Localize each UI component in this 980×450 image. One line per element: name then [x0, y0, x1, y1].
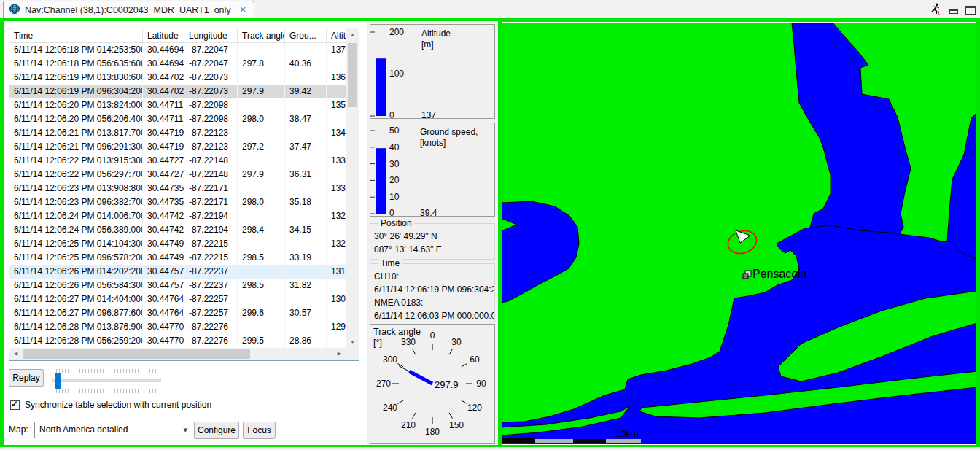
vertical-scrollbar[interactable]: ▲ ▼ — [346, 28, 359, 348]
table-row[interactable]: 6/11/14 12:06:21 PM 013:817:70030.44719-… — [9, 126, 359, 140]
column-header-altitude[interactable]: Altit — [327, 28, 346, 42]
table-row[interactable]: 6/11/14 12:06:25 PM 014:104:30030.44749-… — [9, 237, 359, 251]
table-cell: 298.5 — [238, 279, 285, 292]
horizontal-scroll-thumb[interactable] — [23, 349, 250, 359]
table-row[interactable]: 6/11/14 12:06:27 PM 014:404:00030.44764-… — [9, 292, 359, 306]
tab-title: Nav:Channel (38,1):C0002043_MDR_UART1_on… — [25, 5, 231, 15]
table-cell — [238, 71, 285, 85]
dial-label-150: 150 — [449, 420, 464, 430]
table-cell: 6/11/14 12:06:22 PM 056:297:700 — [9, 168, 143, 182]
table-cell: 130. — [327, 292, 346, 306]
scroll-up-icon[interactable]: ▲ — [346, 28, 359, 41]
table-cell: 6/11/14 12:06:19 PM 013:830:600 — [9, 71, 143, 85]
dial-needle — [409, 371, 432, 384]
column-header-time[interactable]: Time — [9, 28, 143, 42]
table-row[interactable]: 6/11/14 12:06:19 PM 096:304:20030.44702-… — [9, 85, 359, 98]
scale-bar-seg1 — [502, 438, 535, 443]
dial-label-210: 210 — [401, 420, 416, 430]
table-row[interactable]: 6/11/14 12:06:22 PM 056:297:70030.44727-… — [9, 168, 359, 182]
application-window: Nav:Channel (38,1):C0002043_MDR_UART1_on… — [0, 0, 980, 450]
tab-nav-channel[interactable]: Nav:Channel (38,1):C0002043_MDR_UART1_on… — [3, 1, 254, 18]
replay-position-slider[interactable] — [49, 368, 164, 395]
sync-checkbox[interactable]: ✓ — [10, 400, 20, 410]
table-row[interactable]: 6/11/14 12:06:26 PM 056:584:30030.44757-… — [9, 279, 359, 292]
instruments-panel: 200 100 0 Altitude [m] 137 — [368, 21, 498, 445]
time-nmea-value: 6/11/14 12:06:03 PM 000:000:000 — [374, 309, 494, 322]
table-cell: -87.22171 — [184, 195, 238, 209]
table-cell: -87.22148 — [184, 154, 238, 168]
column-header-track-angle[interactable]: Track angle — [238, 28, 285, 42]
table-cell: 299.6 — [238, 306, 285, 320]
table-cell: 30.44749 — [143, 251, 184, 265]
table-cell — [327, 57, 346, 71]
table-row[interactable]: 6/11/14 12:06:23 PM 096:382:70030.44735-… — [9, 195, 359, 209]
table-row[interactable]: 6/11/14 12:06:24 PM 014:006:70030.44742-… — [9, 209, 359, 223]
table-cell: 30.44711 — [143, 98, 184, 112]
table-row[interactable]: 6/11/14 12:06:24 PM 056:389:00030.44742-… — [9, 223, 359, 237]
table-row[interactable]: 6/11/14 12:06:25 PM 096:578:20030.44749-… — [9, 251, 359, 265]
scale-bar-seg2 — [535, 439, 573, 443]
table-cell — [238, 209, 285, 223]
table-row[interactable]: 6/11/14 12:06:20 PM 013:824:00030.44711-… — [9, 98, 359, 112]
altitude-tick-100: 100 — [389, 69, 404, 79]
configure-button[interactable]: Configure — [194, 422, 239, 439]
table-cell: 30.44694 — [143, 43, 184, 57]
table-cell: 131. — [327, 265, 346, 279]
table-row[interactable]: 6/11/14 12:06:18 PM 056:635:60030.44694-… — [9, 57, 359, 71]
table-row[interactable]: 6/11/14 12:06:20 PM 056:206:40030.44711-… — [9, 112, 359, 126]
slider-thumb[interactable] — [55, 373, 61, 389]
maximize-icon[interactable] — [965, 6, 976, 15]
table-cell: 6/11/14 12:06:21 PM 096:291:300 — [9, 140, 143, 154]
scroll-left-icon[interactable]: ◀ — [9, 348, 22, 360]
column-header-ground-speed[interactable]: Grou... — [285, 28, 327, 42]
time-ch10-label: CH10: — [374, 270, 494, 283]
dial-label-120: 120 — [467, 403, 482, 413]
ground-speed-value: 39.4 — [420, 208, 438, 216]
table-cell — [238, 265, 285, 279]
running-man-icon[interactable]: t — [929, 2, 942, 18]
tab-close-icon[interactable]: ✕ — [240, 5, 246, 15]
table-cell: 6/11/14 12:06:18 PM 014:253:500 — [9, 43, 143, 57]
focus-button[interactable]: Focus — [243, 422, 276, 439]
table-cell — [238, 182, 285, 195]
scroll-right-icon[interactable]: ▶ — [333, 348, 346, 360]
table-row[interactable]: 6/11/14 12:06:19 PM 013:830:60030.44702-… — [9, 71, 359, 85]
table-row[interactable]: 6/11/14 12:06:21 PM 096:291:30030.44719-… — [9, 140, 359, 154]
table-row[interactable]: 6/11/14 12:06:27 PM 096:877:60030.44764-… — [9, 306, 359, 320]
nav-data-table: Time Latitude Longitude Track angle Grou… — [9, 28, 359, 361]
table-row[interactable]: 6/11/14 12:06:23 PM 013:908:80030.44735-… — [9, 182, 359, 195]
column-header-longitude[interactable]: Longitude — [184, 28, 238, 42]
gs-tick-10: 10 — [389, 192, 400, 202]
table-row[interactable]: 6/11/14 12:06:22 PM 013:915:30030.44727-… — [9, 154, 359, 168]
table-cell: 30.44702 — [143, 85, 184, 98]
table-cell: -87.22073 — [184, 85, 238, 98]
table-row[interactable]: 6/11/14 12:06:18 PM 014:253:50030.44694-… — [9, 43, 359, 57]
map-select[interactable]: North America detailed ▾ — [34, 422, 192, 438]
table-row[interactable]: 6/11/14 12:06:26 PM 014:202:20030.44757-… — [9, 265, 359, 279]
table-cell — [327, 223, 346, 237]
table-cell — [327, 306, 346, 320]
scale-bar-seg3 — [573, 439, 606, 443]
dial-units: [°] — [373, 338, 382, 348]
table-cell: 30.44727 — [143, 168, 184, 182]
table-body: 6/11/14 12:06:18 PM 014:253:50030.44694-… — [9, 43, 359, 348]
gs-tick-20: 20 — [389, 175, 400, 185]
horizontal-scrollbar[interactable]: ◀ ▶ — [9, 348, 346, 360]
map-canvas[interactable]: Pensacola 10km — [502, 22, 976, 445]
track-angle-dial: Track angle [°] — [370, 324, 495, 444]
table-cell: 132. — [327, 209, 346, 223]
slider-track[interactable] — [52, 379, 161, 382]
table-cell — [285, 320, 327, 334]
column-header-latitude[interactable]: Latitude — [143, 28, 184, 42]
scroll-down-icon[interactable]: ▼ — [346, 335, 359, 348]
table-cell: 298.4 — [238, 223, 285, 237]
table-row[interactable]: 6/11/14 12:06:28 PM 056:259:20030.44770-… — [9, 334, 359, 348]
scale-bar-seg4 — [606, 439, 641, 443]
table-cell: -87.22047 — [184, 43, 238, 57]
table-row[interactable]: 6/11/14 12:06:28 PM 013:876:90030.44770-… — [9, 320, 359, 334]
vertical-scroll-thumb[interactable] — [348, 43, 357, 107]
table-cell: 6/11/14 12:06:28 PM 056:259:200 — [9, 334, 143, 348]
replay-button[interactable]: Replay — [9, 369, 44, 387]
table-cell: -87.22237 — [184, 265, 238, 279]
minimize-icon[interactable] — [949, 9, 958, 14]
